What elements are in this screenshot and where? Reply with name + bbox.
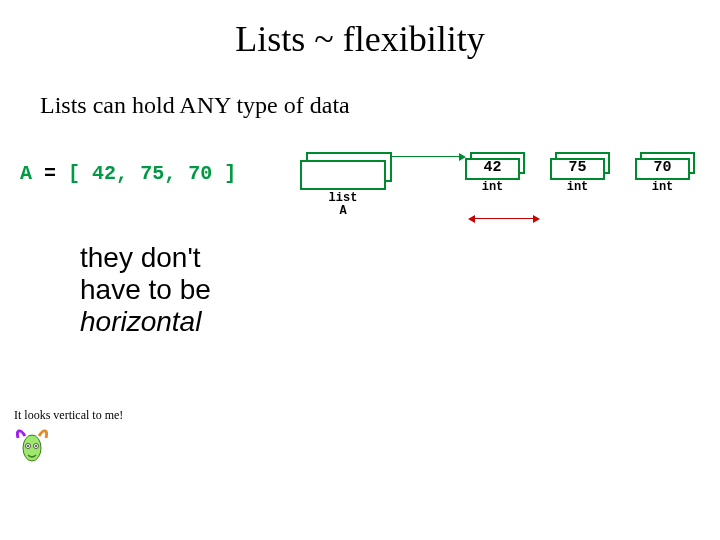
speech-bubble-text: It looks vertical to me! <box>14 408 123 423</box>
code-eq: = <box>44 162 56 185</box>
slide: Lists ~ flexibility Lists can hold ANY t… <box>0 0 720 540</box>
code-comma-2: , <box>164 162 176 185</box>
elem-value-1: 75 <box>550 159 605 176</box>
length-arrow-icon <box>468 214 540 224</box>
diagram: list A 42 int 75 int 70 int <box>300 152 700 232</box>
note-line-3: horizontal <box>80 306 201 337</box>
elem-value-0: 42 <box>465 159 520 176</box>
elem-type-1: int <box>550 180 605 194</box>
svg-point-4 <box>35 445 37 447</box>
note-line-2: have to be <box>80 274 211 305</box>
alien-cartoon-icon <box>14 426 50 466</box>
svg-point-3 <box>27 445 29 447</box>
list-label-top: list <box>329 191 358 205</box>
code-comma-1: , <box>116 162 128 185</box>
code-var: A <box>20 162 32 185</box>
elem-type-0: int <box>465 180 520 194</box>
note-line-1: they don't <box>80 242 201 273</box>
code-val-3: 70 <box>188 162 212 185</box>
elem-value-2: 70 <box>635 159 690 176</box>
code-open-bracket: [ <box>68 162 80 185</box>
code-val-2: 75 <box>140 162 164 185</box>
code-close-bracket: ] <box>224 162 236 185</box>
code-line: A = [ 42, 75, 70 ] <box>20 162 236 185</box>
elem-box-2: 70 int <box>635 152 695 192</box>
slide-title: Lists ~ flexibility <box>0 18 720 60</box>
list-label-bottom: A <box>339 204 346 218</box>
list-label: list A <box>300 192 386 218</box>
code-val-1: 42 <box>92 162 116 185</box>
elem-box-1: 75 int <box>550 152 610 192</box>
slide-subhead: Lists can hold ANY type of data <box>40 92 350 119</box>
note-text: they don't have to be horizontal <box>80 242 211 339</box>
elem-box-0: 42 int <box>465 152 525 192</box>
elem-type-2: int <box>635 180 690 194</box>
